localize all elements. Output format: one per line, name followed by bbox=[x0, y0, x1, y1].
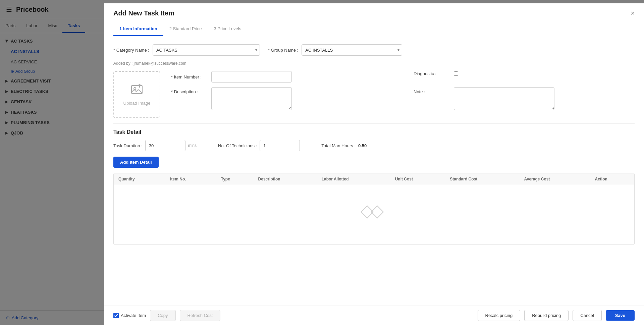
activate-item-checkbox-label: Activate Item bbox=[113, 313, 146, 318]
refresh-cost-button: Refresh Cost bbox=[180, 310, 221, 321]
added-by-email: jrumanek@successware.com bbox=[134, 61, 186, 66]
description-note-row: * Description : Note : bbox=[171, 87, 635, 110]
category-group-row: * Category Name : AC TASKS * Group Name … bbox=[113, 44, 635, 56]
mins-label: mins bbox=[188, 143, 197, 148]
tab-item-information[interactable]: 1 Item Information bbox=[113, 22, 163, 36]
category-select-wrapper: AC TASKS bbox=[153, 44, 260, 56]
diagnostic-group: Diagnostic : bbox=[414, 71, 635, 76]
diagnostic-checkbox[interactable] bbox=[454, 71, 458, 76]
col-item-no: Item No. bbox=[165, 173, 216, 185]
total-man-hours-label: Total Man Hours : bbox=[321, 143, 356, 148]
no-technicians-input[interactable] bbox=[260, 140, 300, 151]
col-standard-cost: Standard Cost bbox=[445, 173, 519, 185]
task-detail-title: Task Detail bbox=[113, 129, 635, 135]
note-group: Note : bbox=[414, 87, 635, 110]
image-upload-box[interactable]: Upload Image bbox=[113, 71, 160, 118]
tab-price-levels[interactable]: 3 Price Levels bbox=[208, 22, 248, 36]
empty-state bbox=[114, 185, 634, 245]
save-button[interactable]: Save bbox=[606, 310, 635, 321]
cancel-button[interactable]: Cancel bbox=[573, 310, 601, 321]
item-detail-table: Quantity Item No. Type Description Labor… bbox=[114, 173, 634, 185]
close-button[interactable]: × bbox=[631, 9, 635, 17]
empty-state-icon bbox=[361, 205, 387, 222]
modal-title: Add New Task Item bbox=[113, 9, 174, 17]
tab-standard-price[interactable]: 2 Standard Price bbox=[163, 22, 208, 36]
description-group: * Description : bbox=[171, 87, 392, 110]
category-group: * Category Name : AC TASKS bbox=[113, 44, 260, 56]
added-by-text: Added by : jrumanek@successware.com bbox=[113, 61, 635, 66]
note-input[interactable] bbox=[454, 87, 554, 110]
modal-body: * Category Name : AC TASKS * Group Name … bbox=[104, 36, 644, 306]
upload-label: Upload Image bbox=[123, 101, 151, 106]
modal-footer: Activate Item Copy Refresh Cost Recalc p… bbox=[104, 306, 644, 325]
task-duration-group: Task Duration : mins bbox=[113, 140, 197, 151]
no-technicians-label: No. Of Technicians : bbox=[218, 143, 257, 148]
rebuild-pricing-button[interactable]: Rebuild pricing bbox=[524, 310, 569, 321]
task-duration-label: Task Duration : bbox=[113, 143, 143, 148]
category-label: * Category Name : bbox=[113, 48, 149, 53]
fields-section: * Item Number : Diagnostic : * Descripti… bbox=[171, 71, 635, 118]
no-technicians-group: No. Of Technicians : bbox=[218, 140, 300, 151]
note-label: Note : bbox=[414, 87, 450, 94]
group-select-wrapper: AC INSTALLS bbox=[302, 44, 402, 56]
activate-item-checkbox[interactable] bbox=[113, 313, 119, 318]
section-divider bbox=[113, 123, 635, 124]
task-duration-input[interactable] bbox=[145, 140, 185, 151]
diagnostic-label: Diagnostic : bbox=[414, 71, 450, 76]
item-number-input[interactable] bbox=[211, 71, 292, 83]
total-man-hours-group: Total Man Hours : 0.50 bbox=[321, 143, 367, 148]
task-detail-row: Task Duration : mins No. Of Technicians … bbox=[113, 140, 635, 151]
table-header-row: Quantity Item No. Type Description Labor… bbox=[114, 173, 634, 185]
copy-button: Copy bbox=[150, 310, 175, 321]
total-man-hours-value: 0.50 bbox=[358, 143, 367, 148]
col-action: Action bbox=[590, 173, 634, 185]
item-number-label: * Item Number : bbox=[171, 74, 208, 79]
col-labor-allotted: Labor Allotted bbox=[317, 173, 390, 185]
col-unit-cost: Unit Cost bbox=[390, 173, 445, 185]
svg-rect-0 bbox=[131, 86, 142, 94]
description-label: * Description : bbox=[171, 87, 208, 94]
recalc-pricing-button[interactable]: Recalc pricing bbox=[478, 310, 521, 321]
group-label: * Group Name : bbox=[268, 48, 298, 53]
add-item-detail-button[interactable]: Add Item Detail bbox=[113, 157, 159, 168]
item-number-row: * Item Number : Diagnostic : bbox=[171, 71, 635, 83]
upload-icon bbox=[131, 84, 143, 98]
item-detail-table-wrapper: Quantity Item No. Type Description Labor… bbox=[113, 173, 635, 245]
col-quantity: Quantity bbox=[114, 173, 165, 185]
modal: Add New Task Item × 1 Item Information 2… bbox=[104, 3, 644, 325]
activate-item-label: Activate Item bbox=[121, 313, 146, 318]
image-fields-row: Upload Image * Item Number : Diagnostic … bbox=[113, 71, 635, 118]
category-select[interactable]: AC TASKS bbox=[153, 44, 260, 56]
item-number-group: * Item Number : bbox=[171, 71, 392, 83]
col-average-cost: Average Cost bbox=[520, 173, 590, 185]
group-name-group: * Group Name : AC INSTALLS bbox=[268, 44, 402, 56]
col-description: Description bbox=[254, 173, 317, 185]
modal-header: Add New Task Item × bbox=[104, 3, 644, 22]
col-type: Type bbox=[216, 173, 254, 185]
group-select[interactable]: AC INSTALLS bbox=[302, 44, 402, 56]
description-input[interactable] bbox=[211, 87, 292, 110]
modal-tabs: 1 Item Information 2 Standard Price 3 Pr… bbox=[104, 22, 644, 36]
